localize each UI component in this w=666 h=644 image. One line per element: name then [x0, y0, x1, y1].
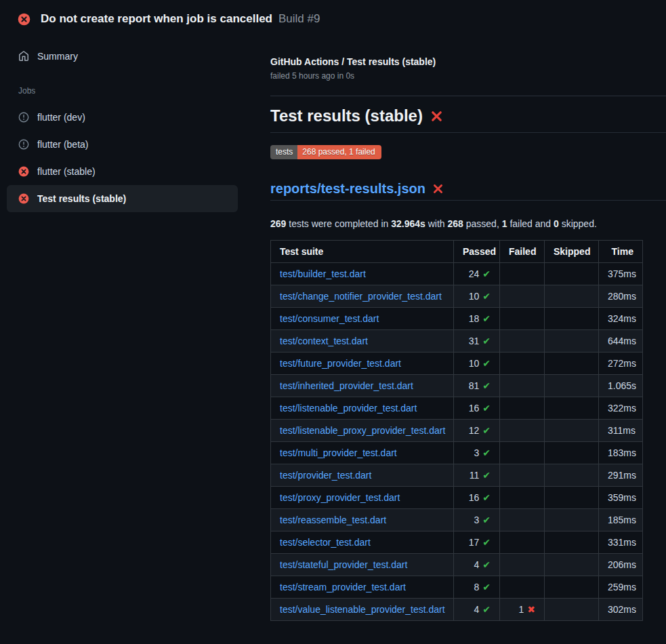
test-suite-link[interactable]: test/context_test.dart	[280, 336, 368, 346]
x-circle-icon	[18, 193, 29, 204]
report-link[interactable]: reports/test-results.json	[270, 181, 425, 197]
test-suite-link[interactable]: test/stateful_provider_test.dart	[280, 559, 407, 570]
check-icon: ✔	[482, 470, 491, 481]
table-row: test/listenable_provider_test.dart16✔322…	[271, 397, 643, 420]
time-cell: 280ms	[599, 285, 643, 308]
passed-count: 24	[469, 268, 480, 279]
suite-cell: test/reassemble_test.dart	[271, 509, 454, 531]
passed-cell: 12✔	[454, 420, 500, 442]
test-suite-link[interactable]: test/reassemble_test.dart	[280, 515, 386, 525]
passed-cell: 31✔	[454, 330, 500, 353]
breadcrumb: GitHub Actions / Test results (stable)	[270, 56, 666, 68]
suite-cell: test/change_notifier_provider_test.dart	[271, 285, 454, 308]
passed-cell: 16✔	[454, 397, 500, 420]
time-cell: 272ms	[599, 353, 643, 375]
failed-count: 1	[518, 604, 524, 615]
skipped-cell	[545, 509, 599, 531]
failed-cell: 1✖	[500, 599, 545, 621]
passed-count: 4	[474, 559, 479, 570]
passed-cell: 11✔	[454, 464, 500, 487]
skipped-cell	[545, 487, 599, 509]
check-icon: ✔	[482, 559, 491, 570]
sidebar-item-flutter-dev[interactable]: flutter (dev)	[7, 104, 238, 131]
passed-cell: 18✔	[454, 308, 500, 330]
failed-cell	[500, 487, 545, 509]
skipped-cell	[545, 599, 599, 621]
check-icon: ✔	[482, 447, 491, 458]
test-suite-link[interactable]: test/value_listenable_provider_test.dart	[280, 604, 445, 615]
skipped-cell	[545, 531, 599, 554]
time-cell: 259ms	[599, 576, 643, 599]
summary-segment: passed,	[463, 218, 502, 229]
table-row: test/builder_test.dart24✔375ms	[271, 263, 643, 285]
time-cell: 183ms	[599, 442, 643, 464]
test-results-table: Test suite Passed Failed Skipped Time te…	[270, 240, 643, 621]
suite-cell: test/stateful_provider_test.dart	[271, 554, 454, 576]
failed-cell	[500, 353, 545, 375]
skipped-cell	[545, 464, 599, 487]
passed-count: 16	[469, 403, 480, 414]
passed-count: 10	[469, 291, 480, 302]
test-suite-link[interactable]: test/builder_test.dart	[280, 268, 366, 279]
time-cell: 644ms	[599, 330, 643, 353]
table-row: test/future_provider_test.dart10✔272ms	[271, 353, 643, 375]
table-row: test/stateful_provider_test.dart4✔206ms	[271, 554, 643, 576]
table-row: test/stream_provider_test.dart8✔259ms	[271, 576, 643, 599]
check-icon: ✔	[482, 268, 491, 279]
table-row: test/proxy_provider_test.dart16✔359ms	[271, 487, 643, 509]
skipped-cell	[545, 353, 599, 375]
sidebar-item-test-results-stable[interactable]: Test results (stable)	[7, 185, 238, 212]
summary-segment: 269	[270, 218, 286, 229]
test-suite-link[interactable]: test/stream_provider_test.dart	[280, 582, 406, 592]
test-suite-link[interactable]: test/proxy_provider_test.dart	[280, 492, 400, 503]
test-suite-link[interactable]: test/consumer_test.dart	[280, 313, 379, 324]
column-header-skipped: Skipped	[545, 241, 599, 263]
test-suite-link[interactable]: test/selector_test.dart	[280, 537, 371, 548]
failed-cell	[500, 442, 545, 464]
test-suite-link[interactable]: test/multi_provider_test.dart	[280, 447, 397, 458]
failed-cell	[500, 554, 545, 576]
failed-cell	[500, 375, 545, 397]
test-suite-link[interactable]: test/future_provider_test.dart	[280, 358, 401, 369]
skipped-cell	[545, 263, 599, 285]
passed-count: 12	[469, 425, 480, 436]
sidebar-job-label: Test results (stable)	[37, 193, 126, 204]
passed-count: 81	[469, 380, 480, 391]
summary-segment: tests were completed in	[286, 218, 391, 229]
skipped-cell	[545, 576, 599, 599]
column-header-passed: Passed	[454, 241, 500, 263]
passed-cell: 8✔	[454, 576, 500, 599]
suite-cell: test/listenable_provider_test.dart	[271, 397, 454, 420]
passed-cell: 10✔	[454, 285, 500, 308]
suite-cell: test/multi_provider_test.dart	[271, 442, 454, 464]
badge-value: 268 passed, 1 failed	[297, 145, 381, 159]
sidebar-item-summary[interactable]: Summary	[7, 45, 238, 68]
sidebar-item-flutter-stable[interactable]: flutter (stable)	[7, 158, 238, 185]
table-row: test/multi_provider_test.dart3✔183ms	[271, 442, 643, 464]
suite-cell: test/context_test.dart	[271, 330, 454, 353]
failed-x-icon	[430, 110, 443, 123]
passed-count: 17	[469, 537, 480, 548]
test-suite-link[interactable]: test/inherited_provider_test.dart	[280, 380, 413, 391]
jobs-heading: Jobs	[18, 86, 270, 96]
skipped-cell	[545, 442, 599, 464]
test-suite-link[interactable]: test/provider_test.dart	[280, 470, 371, 481]
cross-icon: ✖	[527, 604, 535, 615]
time-cell: 311ms	[599, 420, 643, 442]
passed-count: 31	[469, 336, 480, 346]
test-suite-link[interactable]: test/listenable_proxy_provider_test.dart	[280, 425, 445, 436]
check-icon: ✔	[482, 403, 491, 414]
sidebar-item-flutter-beta[interactable]: flutter (beta)	[7, 131, 238, 158]
test-suite-link[interactable]: test/listenable_provider_test.dart	[280, 403, 417, 414]
passed-cell: 4✔	[454, 599, 500, 621]
failed-cell	[500, 509, 545, 531]
main-content: GitHub Actions / Test results (stable) f…	[270, 34, 666, 621]
summary-segment: 268	[448, 218, 463, 229]
summary-segment: 32.964s	[391, 218, 425, 229]
column-header-time: Time	[599, 241, 643, 263]
failed-cell	[500, 263, 545, 285]
table-row: test/value_listenable_provider_test.dart…	[271, 599, 643, 621]
section-title: Test results (stable)	[270, 106, 666, 133]
test-suite-link[interactable]: test/change_notifier_provider_test.dart	[280, 291, 442, 302]
x-circle-icon	[18, 13, 30, 26]
